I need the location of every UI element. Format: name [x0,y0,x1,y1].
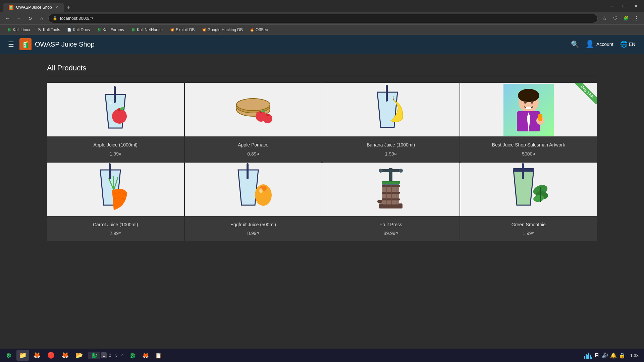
apple-juice-illustration [95,84,136,135]
bookmark-google-hacking[interactable]: 💥 Google Hacking DB [199,26,246,33]
taskbar-app-4[interactable]: 🦊 [59,350,71,361]
shield-icon: 🛡 [610,14,620,23]
active-window-button[interactable]: 🐉 [88,352,100,359]
notification-icon[interactable]: 🔔 [610,352,617,359]
offsec-favicon: 🔥 [250,27,254,32]
bookmark-kali-docs-label: Kali Docs [73,27,90,32]
product-info-eggfruit-juice: Eggfruit Juice (500ml) 8.99¤ [185,216,322,242]
active-window-icon: 🐉 [91,352,98,359]
forward-button[interactable]: → [14,14,23,23]
svg-point-34 [259,188,263,193]
page-num-4[interactable]: 4 [120,352,125,358]
hamburger-menu-button[interactable]: ☰ [5,38,17,51]
product-price-carrot-juice: 2.99¤ [52,231,179,236]
reload-button[interactable]: ↻ [25,14,35,23]
taskbar-kali-icon-2[interactable]: 🐉 [127,350,139,361]
product-card-eggfruit-juice[interactable]: Eggfruit Juice (500ml) 8.99¤ [185,163,322,242]
browser-tab-active[interactable]: 🧃 OWASP Juice Shop ✕ [3,3,64,12]
banana-juice-illustration [371,84,411,136]
bookmark-kali-linux-label: Kali Linux [13,27,30,32]
product-image-green-smoothie [460,163,597,216]
taskbar-app-5[interactable]: 📂 [73,350,86,361]
svg-rect-39 [382,198,400,200]
kali-linux-favicon: 🐉 [7,27,11,32]
page-numbers: 1 2 3 4 [101,352,125,358]
eggfruit-juice-illustration [231,163,275,215]
svg-rect-27 [538,114,542,121]
bookmark-kali-forums[interactable]: 🐉 Kali Forums [94,26,127,33]
bookmark-kali-forums-label: Kali Forums [103,27,124,32]
svg-point-10 [236,99,270,111]
account-button[interactable]: 👤 Account [582,38,617,51]
maximize-button[interactable]: □ [619,1,629,11]
product-card-apple-juice[interactable]: Apple Juice (1000ml) 1.99¤ [47,83,184,162]
product-image-apple-pomace [185,83,322,136]
bookmarks-bar: 🐉 Kali Linux 🛠 Kali Tools 📄 Kali Docs 🐉 … [0,25,644,35]
product-card-apple-pomace[interactable]: Apple Pomace 0.89¤ [185,83,322,162]
product-info-banana-juice: Banana Juice (1000ml) 1.99¤ [322,136,460,162]
taskbar-app-3[interactable]: 🔴 [45,350,57,361]
speaker-icon[interactable]: 🔊 [601,352,608,359]
svg-point-45 [379,169,383,173]
product-name-carrot-juice: Carrot Juice (1000ml) [52,222,179,228]
screen-icon[interactable]: 🖥 [594,352,599,358]
app-title-text: OWASP Juice Shop [35,41,95,48]
svg-text:🧃: 🧃 [21,41,30,49]
bookmark-kali-linux[interactable]: 🐉 Kali Linux [4,26,33,33]
taskbar-start-button[interactable]: 🐉 [3,350,15,361]
product-name-banana-juice: Banana Juice (1000ml) [328,142,454,148]
salesman-illustration [503,84,554,136]
bookmark-exploit-db[interactable]: 💥 Exploit-DB [167,26,198,33]
bookmark-kali-nethunter[interactable]: 🐉 Kali NetHunter [128,26,166,33]
search-button[interactable]: 🔍 [568,38,582,51]
new-tab-button[interactable]: + [64,3,73,12]
product-card-green-smoothie[interactable]: Green Smoothie 1.99¤ [460,163,597,242]
product-price-eggfruit-juice: 8.99¤ [190,231,317,236]
close-window-button[interactable]: ✕ [631,1,641,11]
products-grid: Apple Juice (1000ml) 1.99¤ [47,83,597,241]
lock-icon[interactable]: 🔒 [619,352,626,359]
tab-close-button[interactable]: ✕ [55,5,58,10]
apple-pomace-illustration [231,84,275,135]
bookmark-kali-docs[interactable]: 📄 Kali Docs [64,26,93,33]
product-card-carrot-juice[interactable]: Carrot Juice (1000ml) 2.99¤ [47,163,184,242]
taskbar-app-2-icon: 🦊 [33,352,41,359]
taskbar-firefox-icon[interactable]: 🦊 [140,350,152,361]
taskbar-app-2[interactable]: 🦊 [31,350,43,361]
app-logo[interactable]: 🧃 OWASP Juice Shop [19,38,95,50]
svg-rect-17 [386,85,388,102]
language-selector[interactable]: 🌐 EN [617,39,639,50]
product-card-banana-juice[interactable]: Banana Juice (1000ml) 1.99¤ [322,83,460,162]
account-label: Account [596,42,613,47]
menu-button[interactable]: ⋮ [632,14,641,23]
taskbar-time: 1:38 [628,353,641,358]
address-bar[interactable]: 🔒 localhost:3000/#/ [48,14,598,23]
taskbar-extra-icon[interactable]: 📋 [152,350,164,361]
bookmark-kali-tools[interactable]: 🛠 Kali Tools [34,26,63,33]
taskbar-app-1[interactable]: 📁 [16,350,29,361]
back-button[interactable]: ← [3,14,12,23]
extension-icon[interactable]: 🧩 [621,14,631,23]
chart-bar-5 [590,355,591,359]
browser-toolbar: ← → ↻ ⌂ 🔒 localhost:3000/#/ ☆ 🛡 🧩 ⋮ [0,12,644,25]
bookmark-star-button[interactable]: ☆ [600,14,609,23]
product-info-apple-pomace: Apple Pomace 0.89¤ [185,136,322,162]
svg-rect-24 [526,107,531,109]
home-button[interactable]: ⌂ [37,14,46,23]
svg-rect-31 [247,163,249,179]
product-card-best-juice-salesman[interactable]: Only 1 left Best Juice Shop Salesman Art… [460,83,597,162]
product-card-fruit-press[interactable]: Fruit Press 89.99¤ [322,163,460,242]
tab-bar: 🧃 OWASP Juice Shop ✕ + [3,0,73,12]
bookmark-offsec[interactable]: 🔥 OffSec [247,26,270,33]
product-image-fruit-press [322,163,460,216]
language-label: EN [629,42,635,47]
product-price-apple-juice: 1.99¤ [52,151,179,157]
minimize-button[interactable]: — [607,1,616,11]
chart-bar-3 [587,355,588,359]
page-num-3[interactable]: 3 [113,352,119,358]
network-activity-chart [584,352,592,359]
page-num-1[interactable]: 1 [101,352,107,358]
page-num-2[interactable]: 2 [107,352,113,358]
chart-bar-1 [584,356,585,359]
product-info-apple-juice: Apple Juice (1000ml) 1.99¤ [47,136,184,162]
